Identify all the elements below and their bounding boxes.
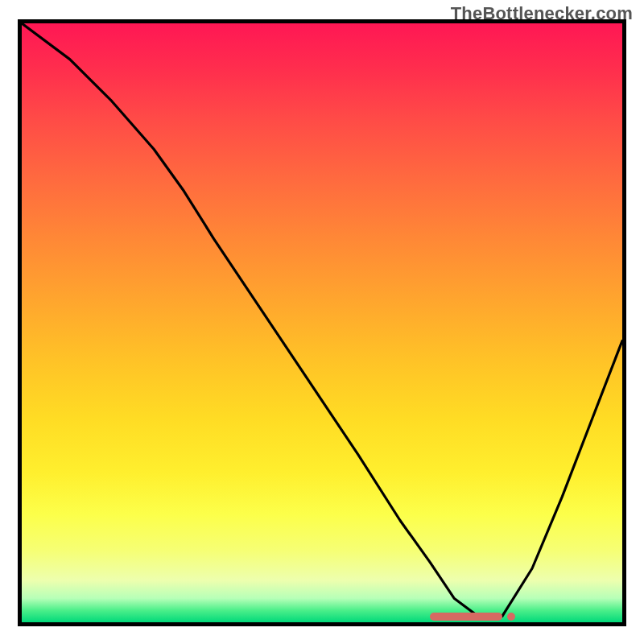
bottleneck-curve	[22, 23, 622, 622]
optimal-range-marker	[430, 613, 502, 621]
chart-container: TheBottlenecker.com	[0, 0, 644, 644]
curve-path	[22, 23, 622, 617]
plot-frame	[18, 19, 626, 626]
